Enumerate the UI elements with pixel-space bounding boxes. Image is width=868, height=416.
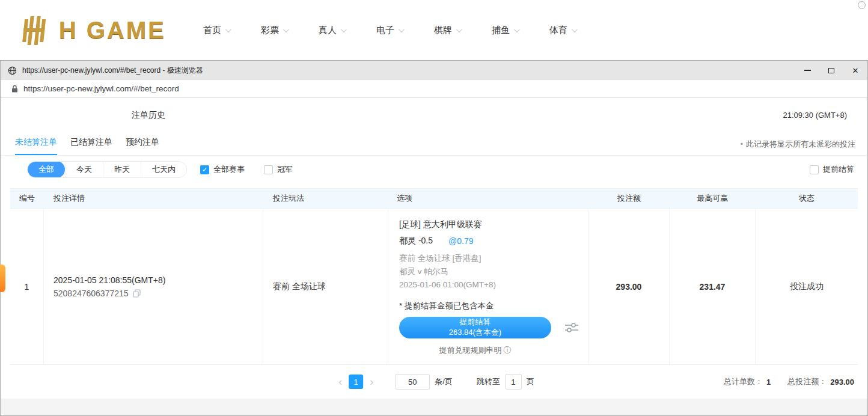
total-stake-value: 293.00 — [830, 378, 854, 387]
minimize-button[interactable] — [795, 61, 819, 80]
pick: 都灵 -0.5 — [399, 236, 433, 246]
cashout-button[interactable]: 提前结算 263.84(含本金) — [399, 317, 551, 338]
header-status: 状态 — [756, 193, 858, 204]
cell-stake: 293.00 — [588, 209, 670, 364]
nav-item-lottery[interactable]: 彩票 — [261, 25, 287, 36]
nav-item-slots[interactable]: 电子 — [376, 25, 403, 36]
window-controls: ✕ — [795, 61, 867, 80]
filter-row: 全部 今天 昨天 七天内 ✓ 全部赛事 冠军 提前结算 — [1, 156, 867, 183]
header-details: 投注详情 — [44, 193, 263, 204]
cell-selection: [足球] 意大利甲级联赛 都灵 -0.5 @0.79 赛前 全场让球 [香港盘]… — [388, 209, 588, 364]
total-stake-label: 总投注额： — [787, 376, 827, 387]
unsettled-note: • 此记录将显示所有未派彩的投注 — [741, 139, 855, 155]
table-header: 编号 投注详情 投注玩法 选项 投注额 最高可赢 状态 — [10, 188, 858, 209]
cashout-rules-link[interactable]: 提前兑现规则申明ⓘ — [399, 345, 551, 356]
site-logo[interactable]: H GAME — [17, 14, 166, 46]
league-name: [足球] 意大利甲级联赛 — [399, 219, 588, 230]
tab-unsettled[interactable]: 未结算注单 — [15, 137, 57, 155]
maximize-button[interactable] — [819, 61, 843, 80]
chevron-down-icon — [341, 26, 347, 32]
date-filter-group: 全部 今天 昨天 七天内 — [27, 161, 187, 178]
prev-page-button[interactable]: ‹ — [334, 376, 347, 388]
total-orders-label: 总计单数： — [724, 376, 763, 387]
header-maxwin: 最高可赢 — [670, 193, 756, 204]
copy-icon[interactable] — [133, 289, 141, 298]
checkbox-checked-icon: ✓ — [200, 165, 209, 174]
floating-side-widget[interactable] — [0, 265, 5, 292]
total-orders-value: 1 — [766, 378, 771, 387]
chevron-down-icon — [225, 26, 231, 32]
match-time: 2025-01-06 01:00(GMT+8) — [399, 278, 588, 292]
bet-time: 2025-01-05 21:08:55(GMT+8) — [53, 275, 263, 285]
filter-today[interactable]: 今天 — [65, 161, 103, 178]
tabs-row: 未结算注单 已结算注单 预约注单 • 此记录将显示所有未派彩的投注 — [1, 132, 867, 156]
logo-text: H GAME — [59, 17, 166, 44]
header-stake: 投注额 — [588, 193, 670, 204]
pagination-row: ‹ 1 › 条/页 跳转至 页 总计单数： 1 总投注额： 293.00 — [1, 365, 867, 399]
bet-table: 编号 投注详情 投注玩法 选项 投注额 最高可赢 状态 1 2025-01-05… — [10, 188, 858, 365]
tab-reserved[interactable]: 预约注单 — [126, 137, 159, 155]
info-icon: ⓘ — [504, 346, 512, 355]
bottom-spacer — [1, 399, 867, 415]
main-nav: 首页 彩票 真人 电子 棋牌 捕鱼 体育 — [203, 25, 576, 36]
filter-yesterday[interactable]: 昨天 — [103, 161, 141, 178]
nav-item-sports[interactable]: 体育 — [549, 25, 576, 36]
jump-page-input[interactable] — [505, 374, 522, 390]
browser-window: https://user-pc-new.jylywl.com/#/bet_rec… — [0, 60, 868, 416]
jump-unit: 页 — [527, 376, 534, 387]
minimize-icon — [804, 70, 811, 71]
maximize-icon — [828, 68, 834, 73]
logo-hh-icon — [17, 14, 54, 46]
page-1-button[interactable]: 1 — [349, 375, 363, 389]
page-title: 注单历史 — [132, 110, 165, 121]
close-icon: ✕ — [852, 66, 859, 75]
bet-record-page: 注单历史 21:09:30 (GMT+8) 未结算注单 已结算注单 预约注单 •… — [1, 99, 867, 415]
cashout-settings-slider-icon[interactable] — [564, 322, 579, 334]
lock-icon — [11, 85, 18, 93]
jump-label: 跳转至 — [477, 376, 500, 387]
browser-title-bar[interactable]: https://user-pc-new.jylywl.com/#/bet_rec… — [1, 61, 867, 80]
table-row: 1 2025-01-05 21:08:55(GMT+8) 52082476063… — [10, 209, 858, 365]
checkbox-champion[interactable]: 冠军 — [264, 164, 293, 175]
market: 赛前 全场让球 [香港盘] — [399, 252, 588, 265]
header-no: 编号 — [10, 193, 44, 204]
globe-favicon-icon — [8, 66, 17, 75]
page-size-label: 条/页 — [435, 376, 453, 387]
checkbox-early-settlement[interactable]: 提前结算 — [810, 164, 854, 175]
browser-address-bar[interactable]: https://user-pc-new.jylywl.com/#/bet_rec… — [1, 80, 867, 98]
cell-play: 赛前 全场让球 — [263, 209, 388, 364]
nav-item-home[interactable]: 首页 — [203, 25, 230, 36]
server-time: 21:09:30 (GMT+8) — [783, 111, 847, 120]
filter-all[interactable]: 全部 — [28, 161, 65, 178]
cell-details: 2025-01-05 21:08:55(GMT+8) 5208247606377… — [44, 209, 263, 364]
browser-title: https://user-pc-new.jylywl.com/#/bet_rec… — [22, 66, 203, 76]
bet-id: 5208247606377215 — [53, 289, 129, 298]
nav-item-live-casino[interactable]: 真人 — [319, 25, 345, 36]
header-selection: 选项 — [388, 193, 588, 204]
filter-7days[interactable]: 七天内 — [141, 161, 186, 178]
checkbox-unchecked-icon — [264, 165, 273, 174]
checkbox-unchecked-icon — [810, 165, 819, 174]
url-text: https://user-pc-new.jylywl.com/#/bet_rec… — [23, 84, 179, 93]
nav-item-board-games[interactable]: 棋牌 — [434, 25, 460, 36]
page-size-input[interactable] — [395, 374, 430, 390]
checkbox-all-events[interactable]: ✓ 全部赛事 — [200, 164, 245, 175]
header-play: 投注玩法 — [263, 193, 388, 204]
page-head: 注单历史 21:09:30 (GMT+8) — [1, 99, 867, 132]
close-button[interactable]: ✕ — [843, 61, 867, 80]
site-header: H GAME 首页 彩票 真人 电子 棋牌 捕鱼 体育 — [0, 0, 868, 60]
tab-settled[interactable]: 已结算注单 — [70, 137, 112, 155]
chevron-down-icon — [283, 26, 289, 32]
chevron-down-icon — [399, 26, 405, 32]
totals: 总计单数： 1 总投注额： 293.00 — [724, 376, 854, 387]
nav-item-fishing[interactable]: 捕鱼 — [492, 25, 518, 36]
chevron-down-icon — [514, 26, 520, 32]
odds: @0.79 — [448, 236, 473, 246]
cell-status: 投注成功 — [756, 209, 858, 364]
cell-maxwin: 231.47 — [670, 209, 756, 364]
cashout-note: * 提前结算金额已包含本金 — [399, 301, 588, 311]
help-circle-icon[interactable] — [858, 1, 866, 9]
screen: H GAME 首页 彩票 真人 电子 棋牌 捕鱼 体育 https://user… — [0, 0, 868, 416]
chevron-down-icon — [572, 26, 578, 32]
next-page-button[interactable]: › — [365, 376, 378, 388]
